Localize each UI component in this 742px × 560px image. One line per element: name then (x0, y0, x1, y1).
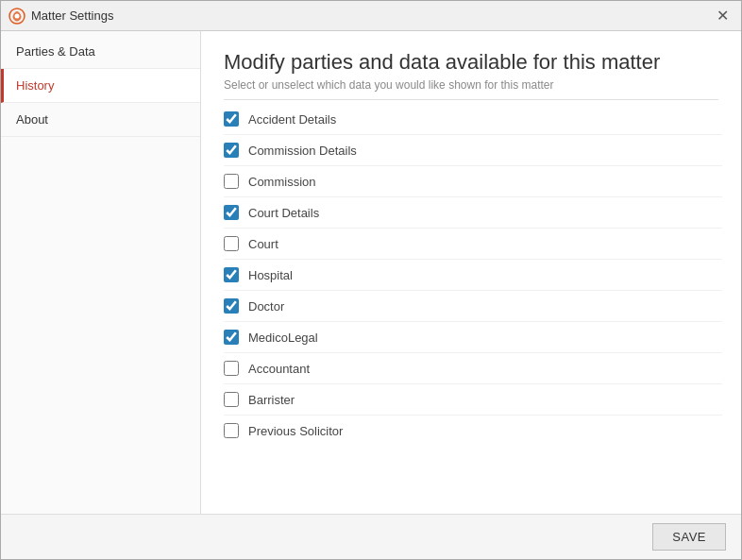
list-item: Accident Details (224, 104, 722, 135)
label-barrister: Barrister (248, 393, 295, 407)
footer: SAVE (1, 514, 741, 559)
list-item: Court (224, 229, 722, 260)
list-item: Court Details (224, 197, 722, 229)
list-item: MedicoLegal (224, 322, 722, 353)
checkbox-previous-solicitor[interactable] (224, 423, 239, 438)
content-area: Parties & Data History About Modify part… (1, 31, 741, 514)
label-doctor: Doctor (248, 299, 284, 314)
app-icon (8, 8, 25, 25)
list-item: Commission (224, 166, 722, 197)
main-title: Modify parties and data available for th… (224, 50, 718, 75)
list-item: Previous Solicitor (224, 416, 722, 446)
list-item: Accountant (224, 353, 722, 384)
sidebar: Parties & Data History About (1, 31, 201, 514)
save-button[interactable]: SAVE (652, 523, 726, 551)
main-header: Modify parties and data available for th… (201, 31, 741, 99)
checkbox-medicolegal[interactable] (224, 330, 239, 345)
checkbox-list: Accident DetailsCommission DetailsCommis… (224, 100, 741, 514)
sidebar-item-history[interactable]: History (1, 69, 200, 103)
checkbox-doctor[interactable] (224, 298, 239, 314)
sidebar-item-parties-data[interactable]: Parties & Data (1, 35, 200, 69)
checkbox-accident-details[interactable] (224, 111, 239, 127)
checkbox-list-container: Accident DetailsCommission DetailsCommis… (201, 100, 741, 514)
checkbox-court-details[interactable] (224, 205, 239, 220)
list-item: Doctor (224, 291, 722, 322)
checkbox-commission-details[interactable] (224, 143, 239, 158)
label-accountant: Accountant (248, 362, 310, 376)
label-commission-details: Commission Details (248, 144, 357, 158)
close-button[interactable]: ✕ (711, 5, 734, 27)
checkbox-commission[interactable] (224, 174, 239, 189)
list-item: Commission Details (224, 135, 722, 166)
title-bar: Matter Settings ✕ (1, 1, 741, 31)
label-previous-solicitor: Previous Solicitor (248, 424, 343, 438)
label-commission: Commission (248, 175, 316, 189)
list-item: Barrister (224, 384, 722, 416)
checkbox-barrister[interactable] (224, 392, 239, 407)
checkbox-court[interactable] (224, 236, 239, 251)
label-accident-details: Accident Details (248, 112, 336, 127)
list-item: Hospital (224, 260, 722, 291)
label-court: Court (248, 237, 278, 251)
sidebar-item-about[interactable]: About (1, 103, 200, 137)
label-court-details: Court Details (248, 206, 319, 220)
label-medicolegal: MedicoLegal (248, 331, 318, 345)
label-hospital: Hospital (248, 268, 293, 282)
main-window: Matter Settings ✕ Parties & Data History… (0, 0, 742, 560)
checkbox-hospital[interactable] (224, 267, 239, 282)
svg-point-1 (15, 13, 20, 18)
checkbox-accountant[interactable] (224, 361, 239, 376)
main-panel: Modify parties and data available for th… (201, 31, 741, 514)
window-title: Matter Settings (31, 8, 711, 23)
main-subtitle: Select or unselect which data you would … (224, 78, 718, 92)
